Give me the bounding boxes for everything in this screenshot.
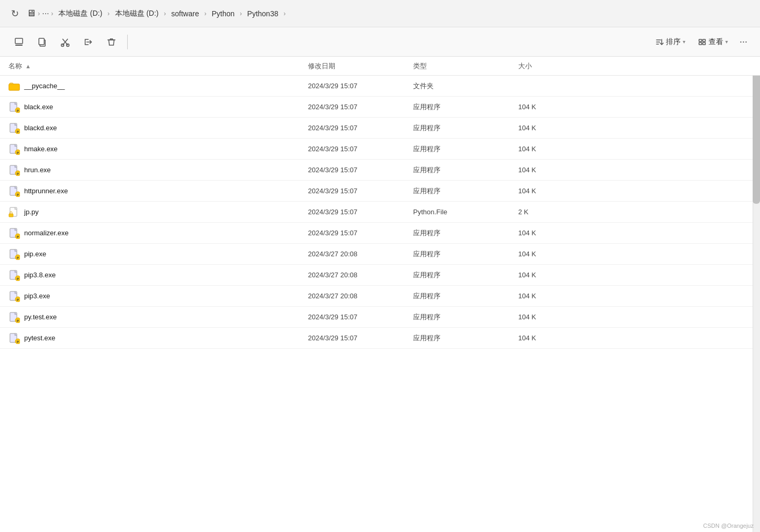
file-name-cell: P black.exe [8, 101, 308, 113]
file-list-container: 名称 ▲ 修改日期 类型 大小 __pycache__ 2024/3/29 15… [0, 57, 760, 532]
breadcrumb-item-scripts[interactable]: Python38 [244, 8, 281, 19]
breadcrumb: 🖥 › ··· › 本地磁盘 (D:) › 本地磁盘 (D:) › softwa… [26, 8, 285, 19]
file-size-cell: 104 K [518, 313, 752, 321]
table-row[interactable]: P pip3.8.exe 2024/3/27 20:08 应用程序 104 K [0, 265, 760, 286]
exe-file-icon: P [8, 311, 20, 323]
file-size-cell: 2 K [518, 208, 752, 216]
table-row[interactable]: P black.exe 2024/3/29 15:07 应用程序 104 K [0, 97, 760, 118]
sort-button[interactable]: 排序 ▾ [650, 34, 691, 50]
table-row[interactable]: P httprunner.exe 2024/3/29 15:07 应用程序 10… [0, 181, 760, 202]
table-row[interactable]: P pip3.exe 2024/3/27 20:08 应用程序 104 K [0, 286, 760, 307]
svg-rect-3 [39, 38, 44, 45]
table-row[interactable]: P pip.exe 2024/3/27 20:08 应用程序 104 K [0, 244, 760, 265]
exe-file-icon: P [8, 227, 20, 239]
table-row[interactable]: P blackd.exe 2024/3/29 15:07 应用程序 104 K [0, 118, 760, 139]
svg-text:P: P [17, 172, 19, 175]
file-name-cell: P hrun.exe [8, 164, 308, 176]
file-size-cell: 104 K [518, 103, 752, 111]
exe-file-icon: P [8, 101, 20, 113]
breadcrumb-sep-2: › [108, 10, 110, 17]
table-row[interactable]: P hrun.exe 2024/3/29 15:07 应用程序 104 K [0, 160, 760, 181]
table-row[interactable]: P pytest.exe 2024/3/29 15:07 应用程序 104 K [0, 328, 760, 349]
svg-text:P: P [17, 256, 19, 259]
file-name-cell: P pip3.exe [8, 290, 308, 302]
svg-rect-0 [15, 38, 23, 44]
copy-button[interactable] [32, 32, 53, 53]
titlebar: ↻ 🖥 › ··· › 本地磁盘 (D:) › 本地磁盘 (D:) › soft… [0, 0, 760, 27]
breadcrumb-sep-1: › [51, 10, 53, 17]
svg-rect-6 [699, 39, 702, 41]
pin-icon [14, 37, 24, 47]
refresh-button[interactable]: ↻ [6, 5, 23, 22]
file-name: pip3.8.exe [24, 271, 56, 279]
file-name: pip.exe [24, 250, 46, 258]
pin-quick-access-button[interactable] [8, 32, 29, 53]
file-name-cell: jp.py [8, 206, 308, 218]
col-header-type[interactable]: 类型 [413, 61, 518, 71]
file-date-cell: 2024/3/27 20:08 [308, 271, 413, 279]
file-name: black.exe [24, 103, 53, 111]
scrollbar-thumb[interactable] [753, 57, 760, 204]
svg-text:P: P [17, 193, 19, 196]
breadcrumb-item-python[interactable]: software [168, 8, 202, 19]
file-rows: __pycache__ 2024/3/29 15:07 文件夹 P black.… [0, 76, 760, 532]
file-type-cell: Python.File [413, 208, 518, 216]
breadcrumb-sep-5: › [240, 10, 242, 17]
file-size-cell: 104 K [518, 187, 752, 195]
delete-button[interactable] [101, 32, 122, 53]
view-button[interactable]: 查看 ▾ [693, 34, 733, 50]
svg-rect-10 [9, 84, 19, 90]
file-type-cell: 应用程序 [413, 333, 518, 343]
file-date-cell: 2024/3/29 15:07 [308, 145, 413, 153]
col-header-date[interactable]: 修改日期 [308, 61, 413, 71]
file-name: jp.py [24, 208, 38, 216]
table-row[interactable]: __pycache__ 2024/3/29 15:07 文件夹 [0, 76, 760, 97]
exe-file-icon: P [8, 164, 20, 176]
exe-file-icon: P [8, 248, 20, 260]
svg-text:P: P [17, 130, 19, 133]
table-row[interactable]: P normalizer.exe 2024/3/29 15:07 应用程序 10… [0, 223, 760, 244]
copy-icon [37, 37, 47, 47]
file-date-cell: 2024/3/29 15:07 [308, 187, 413, 195]
file-name-cell: P pip3.8.exe [8, 269, 308, 281]
col-header-size[interactable]: 大小 [518, 61, 752, 71]
svg-text:P: P [17, 109, 19, 112]
col-sort-icon: ▲ [25, 63, 31, 69]
file-size-cell: 104 K [518, 166, 752, 174]
breadcrumb-item-d[interactable]: 本地磁盘 (D:) [55, 8, 105, 19]
file-date-cell: 2024/3/27 20:08 [308, 250, 413, 258]
file-name: pytest.exe [24, 334, 55, 342]
table-row[interactable]: P hmake.exe 2024/3/29 15:07 应用程序 104 K [0, 139, 760, 160]
refresh-icon: ↻ [11, 8, 19, 19]
file-date-cell: 2024/3/29 15:07 [308, 208, 413, 216]
exe-file-icon: P [8, 185, 20, 197]
file-date-cell: 2024/3/29 15:07 [308, 82, 413, 90]
more-options-button[interactable]: ··· [735, 33, 752, 50]
col-header-name[interactable]: 名称 ▲ [8, 61, 308, 71]
file-name-cell: P blackd.exe [8, 122, 308, 134]
exe-file-icon: P [8, 269, 20, 281]
breadcrumb-item-python38[interactable]: Python [209, 8, 238, 19]
file-date-cell: 2024/3/29 15:07 [308, 334, 413, 342]
file-name: hmake.exe [24, 145, 58, 153]
table-row[interactable]: P py.test.exe 2024/3/29 15:07 应用程序 104 K [0, 307, 760, 328]
file-name: normalizer.exe [24, 229, 69, 237]
file-type-cell: 应用程序 [413, 186, 518, 196]
scrollbar-track[interactable] [753, 57, 760, 532]
file-type-cell: 文件夹 [413, 81, 518, 91]
file-date-cell: 2024/3/27 20:08 [308, 292, 413, 300]
svg-rect-7 [699, 43, 702, 45]
svg-rect-8 [703, 39, 705, 41]
breadcrumb-sep-6: › [283, 10, 285, 17]
share-button[interactable] [78, 32, 99, 53]
file-type-cell: 应用程序 [413, 249, 518, 259]
folder-icon [8, 80, 20, 92]
svg-text:P: P [17, 298, 19, 301]
file-type-cell: 应用程序 [413, 291, 518, 301]
cut-button[interactable] [55, 32, 76, 53]
breadcrumb-ellipsis[interactable]: ··· [42, 9, 49, 18]
view-chevron-icon: ▾ [725, 39, 728, 45]
breadcrumb-item-software[interactable]: 本地磁盘 (D:) [112, 8, 162, 19]
table-row[interactable]: jp.py 2024/3/29 15:07 Python.File 2 K [0, 202, 760, 223]
file-size-cell: 104 K [518, 334, 752, 342]
